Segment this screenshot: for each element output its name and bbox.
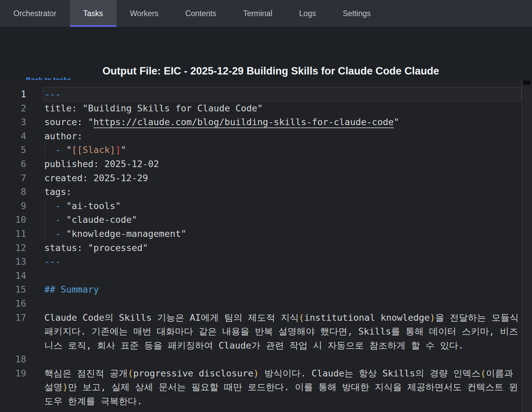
tab-label: Logs (299, 9, 316, 18)
code-token: tags: (44, 187, 72, 197)
line-number: 2 (0, 101, 26, 115)
code-line[interactable]: 17 Claude Code의 Skills 기능은 AI에게 팀의 제도적 지… (0, 311, 522, 353)
line-content: --- (44, 87, 522, 101)
code-line[interactable]: 14 (0, 269, 522, 283)
code-token: progressive disclosure (133, 368, 254, 378)
editor-scrollbar[interactable] (522, 80, 532, 412)
code-token: Claude Code의 Skills 기능은 AI에게 팀의 제도적 지식 (44, 312, 299, 323)
code-line[interactable]: 5 - "[[Slack]]" (0, 143, 522, 157)
code-token (44, 228, 55, 239)
tab-label: Settings (343, 9, 371, 18)
code-token (44, 201, 55, 211)
line-number: 12 (0, 241, 26, 255)
line-content: ## Summary (44, 282, 522, 297)
line-content: Claude Code의 Skills 기능은 AI에게 팀의 제도적 지식(i… (44, 311, 522, 353)
line-number: 1 (0, 87, 26, 101)
code-line[interactable]: 11 - "knowledge-management" (0, 227, 522, 241)
code-token: ) (62, 382, 68, 392)
code-line[interactable]: 13 --- (0, 255, 522, 269)
code-editor[interactable]: 1 --- 2 title: "Building Skills for Clau… (0, 80, 532, 412)
code-token: " (66, 145, 72, 155)
code-token: ## Summary (44, 284, 99, 295)
line-content: --- (44, 255, 522, 269)
tab-contents[interactable]: Contents (172, 0, 230, 27)
code-token: title: "Building Skills for Claude Code" (44, 103, 263, 113)
line-number: 6 (0, 157, 26, 171)
tab-label: Terminal (243, 9, 272, 18)
line-number: 17 (0, 311, 26, 325)
code-token: published: 2025-12-02 (44, 159, 159, 169)
line-content: title: "Building Skills for Claude Code" (44, 101, 522, 115)
tab-terminal[interactable]: Terminal (230, 0, 286, 27)
code-line[interactable]: 4 author: (0, 129, 522, 143)
code-token: 만 보고, 실제 상세 문서는 필요할 때만 로드한다. 이를 통해 방대한 지… (44, 382, 518, 406)
code-token: source: " (44, 117, 93, 127)
code-token: author: (44, 131, 83, 141)
code-token (44, 214, 55, 225)
code-line[interactable]: 3 source: "https://claude.com/blog/build… (0, 115, 522, 129)
code-token: - (55, 145, 66, 155)
line-number: 11 (0, 227, 26, 241)
code-line[interactable]: 8 tags: (0, 185, 522, 199)
line-content: - "ai-tools" (44, 199, 522, 213)
code-line[interactable]: 9 - "ai-tools" (0, 199, 522, 213)
tab-settings[interactable]: Settings (329, 0, 384, 27)
code-line[interactable]: 19 핵심은 점진적 공개(progressive disclosure) 방식… (0, 366, 522, 408)
tab-workers[interactable]: Workers (117, 0, 172, 27)
code-token (44, 145, 55, 155)
code-token: https://claude.com/blog/building-skills-… (93, 117, 394, 127)
code-token: institutional knowledge (304, 312, 430, 323)
code-token: --- (44, 89, 61, 99)
code-token: "knowledge-management" (66, 228, 186, 239)
line-content: - "knowledge-management" (44, 227, 522, 241)
line-number: 10 (0, 213, 26, 227)
line-content: - "claude-code" (44, 213, 522, 227)
line-content: - "[[Slack]]" (44, 143, 522, 157)
code-token: ( (128, 368, 133, 378)
code-line[interactable]: 16 (0, 297, 522, 311)
line-number: 3 (0, 115, 26, 129)
code-line[interactable]: 18 (0, 352, 522, 366)
code-line[interactable]: 10 - "claude-code" (0, 213, 522, 227)
code-token: ( (481, 368, 486, 378)
code-token: "claude-code" (66, 214, 137, 225)
code-token: 핵심은 점진적 공개 (44, 368, 128, 378)
tab-label: Tasks (83, 9, 103, 18)
line-content: source: "https://claude.com/blog/buildin… (44, 115, 522, 129)
code-token: 방식이다. Claude는 항상 Skills의 경량 인덱스 (259, 368, 481, 378)
line-content (44, 352, 522, 366)
line-number: 16 (0, 297, 26, 311)
code-line[interactable]: 7 created: 2025-12-29 (0, 171, 522, 185)
line-content: 핵심은 점진적 공개(progressive disclosure) 방식이다.… (44, 366, 522, 408)
tab-label: Orchestrator (13, 9, 56, 18)
line-content: published: 2025-12-02 (44, 157, 522, 171)
code-token: " (121, 145, 126, 155)
line-content: tags: (44, 185, 522, 199)
tab-label: Workers (130, 9, 159, 18)
line-number: 19 (0, 366, 26, 380)
code-line[interactable]: 2 title: "Building Skills for Claude Cod… (0, 101, 522, 115)
code-token: "ai-tools" (66, 201, 121, 211)
code-token: created: 2025-12-29 (44, 173, 148, 183)
line-content (44, 269, 522, 283)
file-header: ←Back to tasks Output File: EIC - 2025-1… (0, 27, 532, 80)
code-token: ( (299, 312, 304, 323)
code-lines: 1 --- 2 title: "Building Skills for Clau… (0, 80, 522, 408)
line-number: 4 (0, 129, 26, 143)
tab-orchestrator[interactable]: Orchestrator (0, 0, 70, 27)
line-number: 9 (0, 199, 26, 213)
line-number: 14 (0, 269, 26, 283)
code-token: - (55, 201, 66, 211)
tab-tasks[interactable]: Tasks (70, 0, 117, 27)
app-window: Orchestrator Tasks Workers Contents Term… (0, 0, 532, 412)
code-token: - (55, 214, 66, 225)
code-line[interactable]: 6 published: 2025-12-02 (0, 157, 522, 171)
code-line[interactable]: 1 --- (0, 87, 522, 101)
code-line[interactable]: 15 ## Summary (0, 282, 522, 297)
line-number: 8 (0, 185, 26, 199)
tab-logs[interactable]: Logs (286, 0, 329, 27)
scrollbar-thumb[interactable] (523, 81, 531, 85)
tab-label: Contents (185, 9, 216, 18)
code-line[interactable]: 12 status: "processed" (0, 241, 522, 255)
page-title: Output File: EIC - 2025-12-29 Building S… (102, 65, 439, 77)
